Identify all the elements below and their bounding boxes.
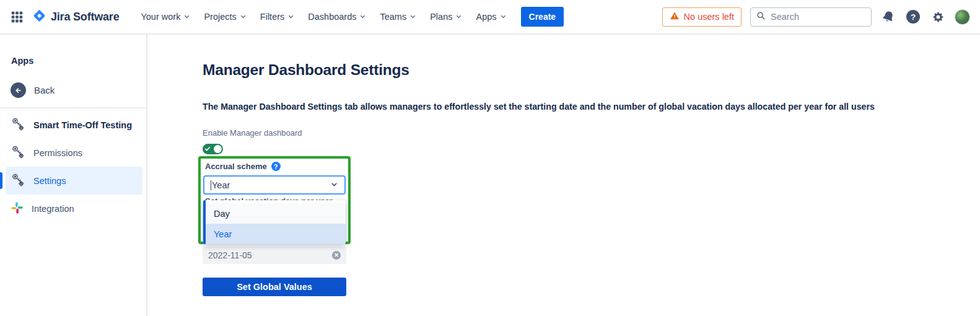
question-help-icon[interactable]: ?: [271, 162, 281, 171]
search-box[interactable]: [750, 7, 872, 27]
search-input[interactable]: [771, 12, 857, 22]
chevron-down-icon: [240, 12, 247, 22]
accrual-scheme-select[interactable]: Year: [203, 175, 346, 195]
sidebar-item-label: Smart Time-Off Testing: [33, 120, 132, 130]
nav-plans[interactable]: Plans: [423, 8, 469, 25]
jira-logo-icon: [32, 9, 46, 25]
nav-label: Apps: [476, 12, 496, 22]
back-label: Back: [34, 85, 55, 95]
page-title: Manager Dashboard Settings: [203, 61, 980, 79]
chevron-down-icon: [409, 12, 416, 22]
dropdown-option-day[interactable]: Day: [203, 203, 346, 224]
nav-filters[interactable]: Filters: [253, 8, 301, 25]
topbar-right-group: No users left ?: [662, 7, 970, 27]
start-date-value: 2022-11-05: [208, 250, 252, 260]
no-users-left-button[interactable]: No users left: [662, 7, 742, 27]
app-switcher-icon[interactable]: [9, 9, 25, 25]
app-key-icon: [11, 116, 25, 133]
nav-teams[interactable]: Teams: [373, 8, 423, 25]
sidebar-item-label: Settings: [33, 176, 66, 186]
sidebar-divider: [0, 107, 146, 108]
jira-logo[interactable]: Jira Software: [32, 9, 119, 25]
nav-apps[interactable]: Apps: [469, 8, 513, 25]
sidebar-item-label: Permissions: [33, 148, 82, 158]
app-key-icon: [11, 172, 25, 189]
chevron-down-icon: [500, 12, 507, 22]
notifications-icon[interactable]: [880, 9, 896, 25]
enable-manager-dashboard-toggle[interactable]: [203, 144, 223, 154]
chevron-down-icon: [359, 12, 366, 22]
toggle-knob: [214, 145, 222, 153]
select-value: Year: [211, 180, 230, 190]
chevron-down-icon: [330, 180, 338, 191]
highlight-annotation-box: Accrual scheme ? Year Set global vacatio…: [198, 156, 351, 244]
search-icon: [756, 11, 766, 23]
sidebar-heading: Apps: [11, 56, 146, 66]
logo-text: Jira Software: [51, 11, 119, 24]
checkmark-icon: [204, 144, 211, 156]
nav-your-work[interactable]: Your work: [134, 8, 197, 25]
chevron-down-icon: [287, 12, 294, 22]
sidebar-item-label: Integration: [32, 204, 74, 214]
back-icon: [11, 82, 26, 98]
set-global-values-button[interactable]: Set Global Values: [203, 278, 346, 296]
nav-projects[interactable]: Projects: [197, 8, 253, 25]
main-content: Manager Dashboard Settings The Manager D…: [147, 35, 980, 316]
nav-dashboards[interactable]: Dashboards: [301, 8, 373, 25]
clear-icon[interactable]: ✕: [332, 251, 341, 260]
app-key-icon: [11, 144, 25, 161]
no-users-left-label: No users left: [684, 12, 734, 22]
nav-label: Plans: [430, 12, 452, 22]
nav-label: Filters: [260, 12, 284, 22]
enable-manager-dashboard-label: Enable Manager dashboard: [203, 128, 980, 138]
nav-label: Your work: [141, 12, 180, 22]
page-description: The Manager Dashboard Settings tab allow…: [203, 102, 980, 112]
apps-sidebar: Apps Back Smart Time-Off Testing: [0, 35, 147, 316]
sidebar-item-permissions[interactable]: Permissions: [0, 139, 146, 167]
accrual-scheme-label: Accrual scheme: [205, 162, 267, 171]
slack-icon: [11, 201, 24, 216]
top-navigation-bar: Jira Software Your work Projects Filters…: [0, 0, 980, 35]
dropdown-option-year[interactable]: Year: [203, 224, 346, 244]
user-avatar[interactable]: [955, 9, 970, 25]
nav-label: Dashboards: [308, 12, 356, 22]
help-icon[interactable]: ?: [905, 9, 921, 25]
warning-icon: [670, 11, 680, 22]
create-button[interactable]: Create: [521, 7, 564, 27]
settings-gear-icon[interactable]: [930, 9, 946, 25]
chevron-down-icon: [183, 12, 190, 22]
sidebar-item-settings[interactable]: Settings: [6, 167, 142, 195]
nav-label: Teams: [380, 12, 406, 22]
chevron-down-icon: [455, 12, 462, 22]
start-date-field[interactable]: 2022-11-05 ✕: [203, 247, 346, 264]
sidebar-item-integration[interactable]: Integration: [0, 195, 146, 222]
main-nav: Your work Projects Filters Dashboards Te…: [134, 8, 513, 25]
sidebar-item-smart-time-off-testing[interactable]: Smart Time-Off Testing: [0, 111, 146, 139]
sidebar-back-button[interactable]: Back: [11, 82, 146, 98]
accrual-dropdown-menu: Day Year: [203, 200, 346, 244]
help-question-glyph: ?: [906, 10, 920, 24]
nav-label: Projects: [204, 12, 236, 22]
